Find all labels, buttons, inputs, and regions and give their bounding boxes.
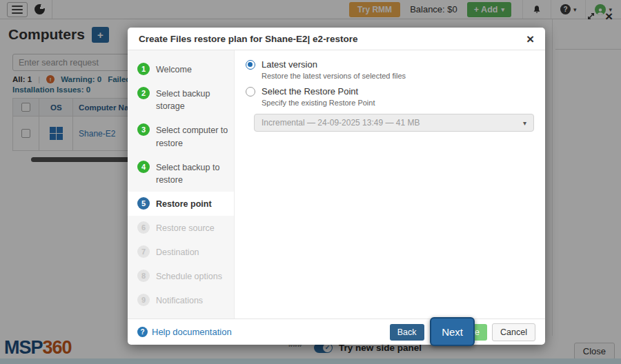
select-restore-point-radio-row[interactable]: Select the Restore Point (246, 86, 534, 97)
latest-version-label: Latest version (262, 59, 317, 70)
latest-version-radio-row[interactable]: Latest version (246, 59, 534, 70)
step-number-badge: 7 (137, 245, 150, 258)
select-restore-point-description: Specify the existing Restore Point (262, 99, 534, 107)
wizard-step-notifications: 9 Notifications (128, 288, 234, 312)
dropdown-caret-icon: ▾ (523, 119, 526, 127)
step-number-badge: 1 (137, 63, 150, 75)
modal-footer: ? Help documentation Back Save Cancel Ne… (128, 318, 545, 345)
close-icon[interactable]: × (526, 32, 534, 46)
back-button[interactable]: Back (390, 324, 424, 341)
step-label: Restore source (156, 221, 215, 234)
step-label: Destination (156, 245, 199, 259)
select-restore-point-radio[interactable] (246, 87, 255, 97)
app-window: Try RMM Balance: $0 + Add▾ ? ▾ ▾ Compute… (0, 0, 621, 364)
help-documentation-label: Help documentation (152, 327, 232, 337)
step-label: Restore point (156, 197, 212, 210)
step-label: Select backup storage (156, 87, 228, 112)
wizard-step-restore-source: 6 Restore source (128, 216, 234, 240)
wizard-step-select-computer[interactable]: 3 Select computer to restore (128, 118, 234, 154)
select-restore-point-label: Select the Restore Point (262, 86, 358, 97)
step-number-badge: 4 (137, 161, 150, 173)
restore-point-select-value: Incremental — 24-09-2025 13:49 — 41 MB (262, 118, 420, 128)
help-documentation-link[interactable]: ? Help documentation (137, 327, 232, 337)
step-label: Select backup to restore (156, 161, 228, 186)
wizard-step-welcome[interactable]: 1 Welcome (128, 57, 234, 81)
wizard-step-destination: 7 Destination (128, 240, 234, 264)
restore-point-select[interactable]: Incremental — 24-09-2025 13:49 — 41 MB ▾ (254, 114, 534, 132)
wizard-step-content: Latest version Restore the latest versio… (235, 50, 545, 318)
wizard-step-select-backup-storage[interactable]: 2 Select backup storage (128, 81, 234, 118)
modal-title: Create Files restore plan for Shane-E2| … (139, 34, 357, 44)
step-label: Notifications (156, 294, 203, 307)
restore-plan-wizard-modal: Create Files restore plan for Shane-E2| … (128, 28, 545, 345)
step-number-badge: 6 (137, 221, 150, 234)
step-label: Schedule options (156, 270, 222, 283)
step-number-badge: 3 (137, 123, 150, 136)
modal-header: Create Files restore plan for Shane-E2| … (128, 28, 545, 50)
wizard-step-select-backup[interactable]: 4 Select backup to restore (128, 155, 234, 192)
step-number-badge: 9 (137, 294, 150, 306)
step-number-badge: 8 (137, 270, 150, 282)
help-icon: ? (137, 327, 148, 337)
step-number-badge: 5 (137, 197, 150, 210)
step-label: Welcome (156, 63, 192, 76)
wizard-step-restore-point[interactable]: 5 Restore point (128, 192, 234, 216)
wizard-steps-sidebar: 1 Welcome 2 Select backup storage 3 Sele… (128, 50, 235, 318)
step-label: Select computer to restore (156, 123, 228, 149)
latest-version-radio[interactable] (246, 60, 255, 70)
wizard-step-schedule-options: 8 Schedule options (128, 264, 234, 288)
step-number-badge: 2 (137, 87, 150, 99)
cancel-button[interactable]: Cancel (492, 323, 535, 341)
latest-version-description: Restore the latest versions of selected … (262, 72, 534, 80)
next-button[interactable]: Next (430, 317, 475, 346)
